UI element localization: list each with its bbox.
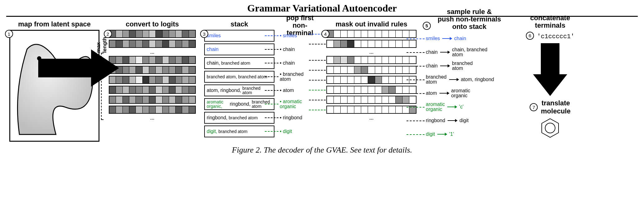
mask-cell [347,76,354,83]
decoder-arrow-icon [38,49,119,87]
mask-cell [409,96,416,103]
logit-cell [149,96,156,103]
logit-cell [123,96,129,103]
mask-cell [396,40,402,47]
logit-cell [136,30,142,37]
rule-lhs: smiles [426,36,440,41]
rule-arrow-icon [439,50,450,55]
rule-arrow-icon [448,77,459,82]
rule-arrow-icon [439,91,449,96]
logit-row [109,96,196,104]
mask-row [326,96,416,104]
mask-cell [396,86,402,93]
ellipsis: ... [150,50,154,54]
logit-row [109,56,196,64]
logit-cell [182,106,189,113]
step-badge-2: 2 [104,30,112,38]
mask-cell [382,106,389,113]
logit-row [109,66,196,74]
stack-token: ringbond, [230,102,251,107]
logit-cell [143,57,149,63]
logit-cell [189,66,195,73]
mask-cell [375,40,382,47]
logit-cell [109,96,116,103]
logit-cell [189,106,195,113]
popped-nonterminal: • branchedatom [280,71,304,83]
logit-cell [163,40,169,47]
rule-arrow-icon [437,132,447,137]
logit-cell [109,86,116,93]
stack-token: branched atom [229,116,258,120]
logit-cell [149,66,156,73]
logit-cell [116,30,122,37]
logit-cell [136,76,142,83]
mask-cell [347,106,354,113]
col-output: concatenateterminals 6 'c1ccccc1' 7 tran… [519,21,581,139]
logit-cell [169,86,176,93]
mask-cell [341,30,347,37]
logit-cell [129,96,136,103]
stack-token: branched atom [221,61,250,65]
popped-nonterminal: • atom [280,85,294,96]
head-popped: pop firstnon-terminal [280,14,320,28]
mask-cell [409,86,416,93]
logit-cell [176,96,182,103]
mask-cell [334,57,341,63]
mask-cell [389,76,396,83]
mask-cell [327,106,334,113]
mask-cell [334,40,341,47]
rule-rhs: '1' [449,132,454,137]
logit-cell [149,86,156,93]
logit-cell [149,57,156,63]
rule-arrow-icon [447,118,458,123]
logit-cell [149,40,156,47]
logit-cell [149,30,156,37]
logit-cell [143,30,149,37]
mask-cell [368,76,375,83]
stack-entry: branched atom,branched atom [204,71,274,83]
logit-cell [169,40,176,47]
stack-entry: atom,ringbond,branched atom [204,85,274,96]
logit-cell [163,30,169,37]
logit-cell [129,40,136,47]
mask-cell [402,86,409,93]
step-badge-3: 3 [200,30,208,38]
mask-cell [347,57,354,63]
logit-cell [116,86,122,93]
logit-cell [123,66,129,73]
production-rule: chainbranchedatom [426,60,473,72]
popped-nonterminal: • smiles [280,30,297,42]
logit-cell [129,30,136,37]
logit-cell [116,96,122,103]
rule-lhs: chain [426,63,438,68]
mask-row [326,106,416,114]
logit-cell [123,106,129,113]
mask-cell [341,86,347,93]
logit-cell [163,96,169,103]
logit-cell [123,30,129,37]
mask-cell [334,106,341,113]
production-rule: smileschain [426,33,466,44]
rule-rhs: digit [459,118,468,123]
logit-cell [169,57,176,63]
logit-cell [176,57,182,63]
logit-cell [156,66,162,73]
mask-cell [368,106,375,113]
logit-cell [189,57,195,63]
logit-cell [163,57,169,63]
logit-cell [149,76,156,83]
mask-cell [341,40,347,47]
ellipsis: ... [369,50,374,54]
mask-cell [327,86,334,93]
mask-cell [347,30,354,37]
ellipsis: ... [150,116,154,120]
mask-cell [382,86,389,93]
mask-cell [368,30,375,37]
benzene-icon [539,117,561,139]
mask-cell [375,86,382,93]
mask-cell [361,106,368,113]
logit-cell [156,106,162,113]
logit-cell [143,76,149,83]
logit-cell [156,86,162,93]
mask-cell [409,40,416,47]
